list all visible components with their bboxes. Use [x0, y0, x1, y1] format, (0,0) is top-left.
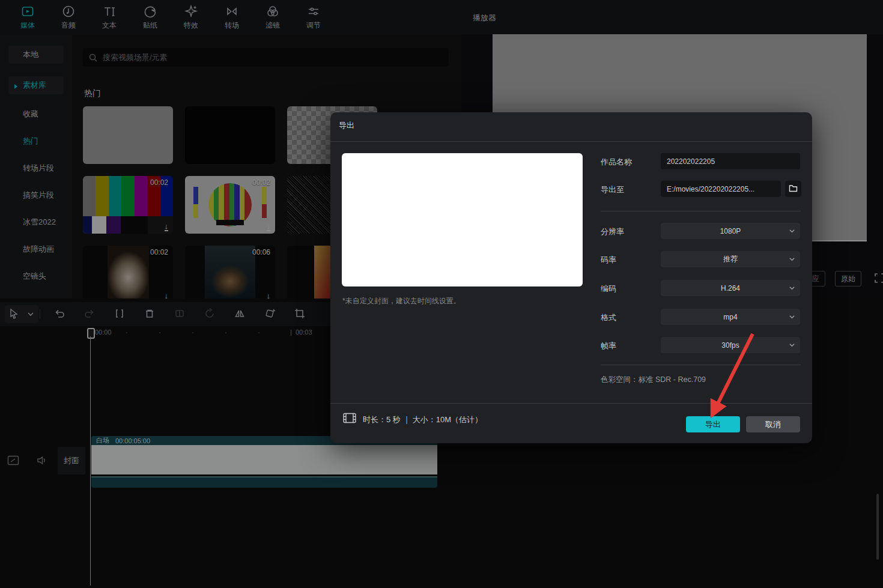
codec-select[interactable]: H.264	[661, 280, 800, 296]
chevron-down-icon	[789, 228, 795, 236]
resolution-value: 1080P	[720, 227, 741, 235]
cancel-button[interactable]: 取消	[746, 416, 800, 432]
codec-label: 编码	[601, 283, 616, 294]
dialog-divider	[601, 211, 801, 211]
folder-browse-button[interactable]	[785, 181, 801, 197]
format-value: mp4	[723, 313, 737, 321]
chevron-down-icon	[789, 285, 795, 293]
bitrate-value: 推荐	[723, 254, 738, 264]
name-label: 作品名称	[601, 157, 632, 168]
dialog-title: 导出	[339, 120, 354, 131]
bitrate-label: 码率	[601, 255, 616, 265]
film-strip-icon	[342, 412, 357, 426]
duration-label: 时长：	[363, 415, 386, 424]
export-dialog: 导出 *未自定义封面，建议去时间线设置。 作品名称 导出至 分辨率 1080P …	[330, 112, 812, 443]
format-label: 格式	[601, 312, 616, 323]
size-label: 大小：	[413, 415, 436, 424]
framerate-select[interactable]: 30fps	[661, 337, 800, 353]
color-space-value: 标准 SDR - Rec.709	[639, 375, 706, 384]
resolution-select[interactable]: 1080P	[661, 223, 800, 239]
summary-separator: ｜	[402, 415, 410, 424]
duration-value: 5 秒	[386, 415, 401, 424]
export-cover-preview	[342, 153, 583, 286]
export-summary: 时长：5 秒 ｜ 大小：10M（估计）	[363, 414, 482, 425]
bitrate-select[interactable]: 推荐	[661, 251, 800, 267]
name-input[interactable]	[661, 153, 800, 169]
color-space-label: 色彩空间：	[601, 375, 639, 384]
framerate-label: 帧率	[601, 341, 616, 351]
dialog-divider	[601, 365, 801, 365]
dialog-footer-divider	[330, 403, 812, 404]
folder-icon	[789, 184, 798, 194]
resolution-label: 分辨率	[601, 226, 624, 237]
chevron-down-icon	[789, 256, 795, 264]
chevron-down-icon	[789, 342, 795, 350]
path-label: 导出至	[601, 184, 624, 195]
framerate-value: 30fps	[721, 341, 739, 350]
color-space-row: 色彩空间：标准 SDR - Rec.709	[601, 375, 706, 385]
cover-note: *未自定义封面，建议去时间线设置。	[342, 296, 461, 306]
size-value: 10M（估计）	[436, 415, 482, 424]
chevron-down-icon	[789, 314, 795, 322]
format-select[interactable]: mp4	[661, 309, 800, 325]
export-button[interactable]: 导出	[686, 416, 740, 432]
dialog-divider	[330, 141, 812, 142]
app-window: 媒体 音频 文本 贴纸 特效 转场 滤镜 调节	[0, 0, 883, 588]
codec-value: H.264	[721, 284, 740, 292]
path-input[interactable]	[661, 181, 781, 197]
